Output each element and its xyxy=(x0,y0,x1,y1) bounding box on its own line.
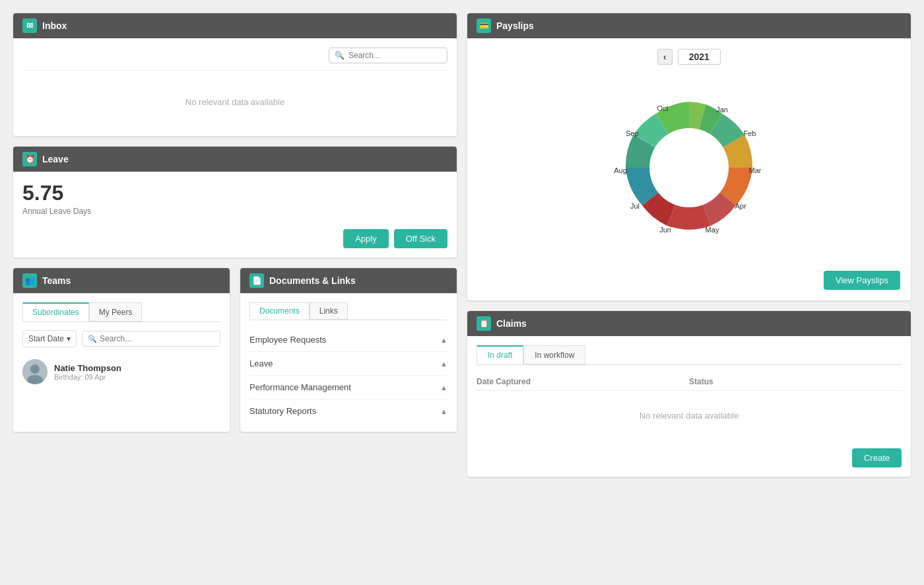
documents-title: Documents & Links xyxy=(269,275,356,286)
teams-title: Teams xyxy=(42,275,71,286)
teams-search-box[interactable]: 🔍 xyxy=(82,331,220,347)
teams-filter-row: Start Date ▾ 🔍 xyxy=(22,330,220,347)
inbox-search-input[interactable] xyxy=(348,51,442,60)
search-icon: 🔍 xyxy=(335,51,345,60)
tab-in-draft[interactable]: In draft xyxy=(477,345,523,364)
doc-item-statutory[interactable]: Statutory Reports ▲ xyxy=(249,399,447,423)
payslips-donut-chart: Jan Feb Mar Apr May Jun Jul Aug Sep Oct xyxy=(597,75,781,260)
chevron-up-icon: ▲ xyxy=(440,407,447,415)
inbox-title: Inbox xyxy=(42,20,67,31)
claims-icon: 📋 xyxy=(477,316,491,331)
claims-no-data: No relevant data available xyxy=(477,391,902,440)
may-label: May xyxy=(706,226,719,234)
teams-header: 👥 Teams xyxy=(13,268,230,293)
leave-body: 5.75 Annual Leave Days Apply Off Sick xyxy=(13,172,457,258)
apply-button[interactable]: Apply xyxy=(343,229,389,248)
doc-item-performance[interactable]: Performance Management ▲ xyxy=(249,376,447,399)
inbox-card: ✉ Inbox 🔍 No relevant data available xyxy=(13,13,457,136)
payslips-title: Payslips xyxy=(496,20,534,31)
inbox-no-data: No relevant data available xyxy=(22,77,447,127)
leave-icon: ⏰ xyxy=(22,152,37,166)
documents-body: Documents Links Employee Requests ▲ Leav… xyxy=(240,293,457,432)
tab-links[interactable]: Links xyxy=(310,302,348,320)
chevron-up-icon: ▲ xyxy=(440,336,447,344)
view-payslips-button[interactable]: View Payslips xyxy=(824,271,900,290)
bottom-row: 👥 Teams Subordinates My Peers Start Date… xyxy=(13,268,457,432)
payslips-header: 💳 Payslips xyxy=(467,13,911,38)
member-avatar xyxy=(22,359,48,384)
sep-label: Sep xyxy=(626,129,639,137)
start-date-select[interactable]: Start Date ▾ xyxy=(22,330,77,347)
claims-card: 📋 Claims In draft In workflow Date Captu… xyxy=(467,311,911,477)
doc-item-employee-requests[interactable]: Employee Requests ▲ xyxy=(249,328,447,352)
member-birthday: Birthday: 09 Apr xyxy=(54,373,121,381)
jun-label: Jun xyxy=(659,226,671,234)
tab-subordinates[interactable]: Subordinates xyxy=(22,302,89,322)
tab-in-workflow[interactable]: In workflow xyxy=(523,345,585,364)
claims-title: Claims xyxy=(496,318,527,329)
leave-actions: Apply Off Sick xyxy=(22,229,447,248)
documents-list: Employee Requests ▲ Leave ▲ Performance … xyxy=(249,328,447,423)
claims-table-header: Date Captured Status xyxy=(477,373,902,391)
inbox-search-row: 🔍 xyxy=(22,48,447,63)
jan-label: Jan xyxy=(716,106,728,114)
tab-documents[interactable]: Documents xyxy=(249,302,310,320)
teams-search-input[interactable] xyxy=(100,334,214,343)
col-status: Status xyxy=(689,377,902,386)
donut-hole xyxy=(649,128,729,207)
doc-item-leave[interactable]: Leave ▲ xyxy=(249,352,447,376)
payslips-card: 💳 Payslips ‹ 2021 xyxy=(467,13,911,300)
teams-tabs: Subordinates My Peers xyxy=(22,302,220,322)
payslips-icon: 💳 xyxy=(477,18,491,33)
document-tabs: Documents Links xyxy=(249,302,447,320)
inbox-divider xyxy=(22,70,447,71)
year-navigation: ‹ 2021 xyxy=(478,49,900,65)
svg-point-1 xyxy=(30,364,40,374)
col-date-captured: Date Captured xyxy=(477,377,689,386)
year-display: 2021 xyxy=(678,49,721,65)
leave-card: ⏰ Leave 5.75 Annual Leave Days Apply Off… xyxy=(13,147,457,258)
search-icon: 🔍 xyxy=(88,335,97,343)
apr-label: Apr xyxy=(735,202,746,210)
teams-card: 👥 Teams Subordinates My Peers Start Date… xyxy=(13,268,230,432)
off-sick-button[interactable]: Off Sick xyxy=(394,229,447,248)
payslips-body: ‹ 2021 xyxy=(467,38,911,300)
chevron-up-icon: ▲ xyxy=(440,384,447,392)
teams-icon: 👥 xyxy=(22,273,37,288)
team-member-row: Natie Thompson Birthday: 09 Apr xyxy=(22,355,220,388)
donut-chart-container: Jan Feb Mar Apr May Jun Jul Aug Sep Oct xyxy=(478,75,900,260)
member-info: Natie Thompson Birthday: 09 Apr xyxy=(54,363,121,381)
start-date-label: Start Date xyxy=(28,334,64,343)
inbox-search-box[interactable]: 🔍 xyxy=(329,48,447,63)
documents-header: 📄 Documents & Links xyxy=(240,268,457,293)
documents-card: 📄 Documents & Links Documents Links Empl… xyxy=(240,268,457,432)
chevron-up-icon: ▲ xyxy=(440,360,447,368)
inbox-body: 🔍 No relevant data available xyxy=(13,38,457,136)
create-claim-button[interactable]: Create xyxy=(852,448,902,467)
inbox-icon: ✉ xyxy=(22,18,37,33)
documents-icon: 📄 xyxy=(249,273,264,288)
claims-body: In draft In workflow Date Captured Statu… xyxy=(467,336,911,477)
claims-header: 📋 Claims xyxy=(467,311,911,336)
teams-body: Subordinates My Peers Start Date ▾ 🔍 xyxy=(13,293,230,397)
oct-label: Oct xyxy=(657,104,668,112)
chevron-down-icon: ▾ xyxy=(67,334,71,343)
prev-year-button[interactable]: ‹ xyxy=(657,49,673,65)
jul-label: Jul xyxy=(630,202,640,210)
leave-title: Leave xyxy=(42,154,69,164)
claims-tabs: In draft In workflow xyxy=(477,345,902,365)
claims-footer: Create xyxy=(477,448,902,467)
tab-peers[interactable]: My Peers xyxy=(89,302,143,322)
leave-days-label: Annual Leave Days xyxy=(22,207,447,216)
leave-days-value: 5.75 xyxy=(22,181,447,205)
member-name: Natie Thompson xyxy=(54,363,121,373)
mar-label: Mar xyxy=(749,166,762,174)
inbox-header: ✉ Inbox xyxy=(13,13,457,38)
payslips-footer: View Payslips xyxy=(478,271,900,290)
leave-header: ⏰ Leave xyxy=(13,147,457,172)
aug-label: Aug xyxy=(614,166,627,174)
feb-label: Feb xyxy=(744,129,756,137)
